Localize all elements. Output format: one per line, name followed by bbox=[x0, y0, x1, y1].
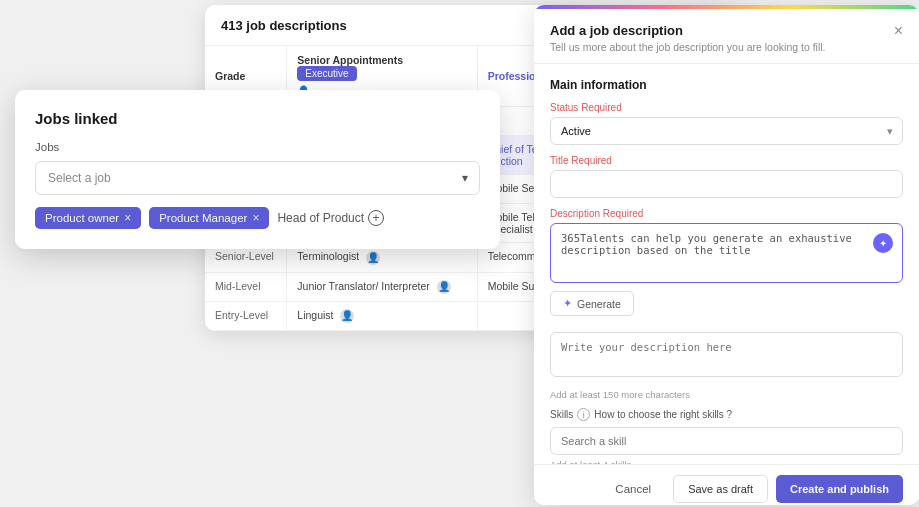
person-icon: 👤 bbox=[437, 280, 451, 294]
save-draft-button[interactable]: Save as draft bbox=[673, 475, 768, 503]
add-jd-body: Main information Status Required Active … bbox=[534, 64, 919, 464]
description-wrapper: 365Talents can help you generate an exha… bbox=[550, 223, 903, 287]
active-badge: Executive bbox=[297, 66, 356, 81]
tag-label: Product owner bbox=[45, 212, 119, 224]
add-jd-subtitle: Tell us more about the job description y… bbox=[550, 41, 826, 53]
product-manager-tag: Product Manager × bbox=[149, 207, 269, 229]
person-icon: 👤 bbox=[366, 251, 380, 265]
status-select[interactable]: Active bbox=[550, 117, 903, 145]
required-indicator: Required bbox=[571, 155, 612, 166]
add-jd-title: Add a job description bbox=[550, 23, 826, 38]
status-select-wrapper: Active ▾ bbox=[550, 117, 903, 145]
job-select[interactable]: Select a job bbox=[35, 161, 480, 195]
required-indicator: Required bbox=[603, 208, 644, 219]
jobs-linked-popup: Jobs linked Jobs Select a job ▾ Product … bbox=[15, 90, 500, 249]
add-jd-footer: Cancel Save as draft Create and publish bbox=[534, 464, 919, 505]
ai-icon: ✦ bbox=[873, 233, 893, 253]
plus-icon: + bbox=[368, 210, 384, 226]
jobs-linked-title: Jobs linked bbox=[35, 110, 480, 127]
product-owner-tag: Product owner × bbox=[35, 207, 141, 229]
tag-close-icon[interactable]: × bbox=[252, 212, 259, 224]
char-hint: Add at least 150 more characters bbox=[550, 389, 903, 400]
job-select-wrapper: Select a job ▾ bbox=[35, 161, 480, 195]
main-info-section-title: Main information bbox=[550, 78, 903, 92]
col-header-text: Senior Appointments bbox=[297, 54, 403, 66]
info-icon: i bbox=[577, 408, 590, 421]
close-button[interactable]: × bbox=[894, 23, 903, 39]
add-tag-button[interactable]: Head of Product + bbox=[277, 210, 384, 226]
title-input[interactable] bbox=[550, 170, 903, 198]
search-skill-input[interactable] bbox=[550, 427, 903, 455]
tags-row: Product owner × Product Manager × Head o… bbox=[35, 207, 480, 229]
person-icon: 👤 bbox=[340, 309, 354, 323]
sparkle-icon: ✦ bbox=[563, 297, 572, 310]
write-description-textarea[interactable] bbox=[550, 332, 903, 377]
generate-label: Generate bbox=[577, 298, 621, 310]
add-jd-panel: Add a job description Tell us more about… bbox=[534, 5, 919, 505]
required-indicator: Required bbox=[581, 102, 622, 113]
status-field-label: Status Required bbox=[550, 102, 903, 113]
jobs-label: Jobs bbox=[35, 141, 480, 153]
skills-label: Skills i How to choose the right skills … bbox=[550, 408, 903, 421]
head-of-product-label: Head of Product bbox=[277, 211, 364, 225]
title-field-label: Title Required bbox=[550, 155, 903, 166]
grade-cell: Entry-Level bbox=[205, 301, 287, 330]
description-field-label: Description Required bbox=[550, 208, 903, 219]
tag-close-icon[interactable]: × bbox=[124, 212, 131, 224]
publish-button[interactable]: Create and publish bbox=[776, 475, 903, 503]
tag-label: Product Manager bbox=[159, 212, 247, 224]
senior-appointments-cell: Linguist 👤 bbox=[287, 301, 477, 330]
generate-button[interactable]: ✦ Generate bbox=[550, 291, 634, 316]
main-panel-title: 413 job descriptions bbox=[221, 18, 347, 33]
cancel-button[interactable]: Cancel bbox=[601, 475, 665, 503]
grade-cell: Mid-Level bbox=[205, 272, 287, 301]
senior-appointments-cell: Junior Translator/ Interpreter 👤 bbox=[287, 272, 477, 301]
add-jd-header: Add a job description Tell us more about… bbox=[534, 9, 919, 64]
description-ai-textarea[interactable]: 365Talents can help you generate an exha… bbox=[550, 223, 903, 283]
